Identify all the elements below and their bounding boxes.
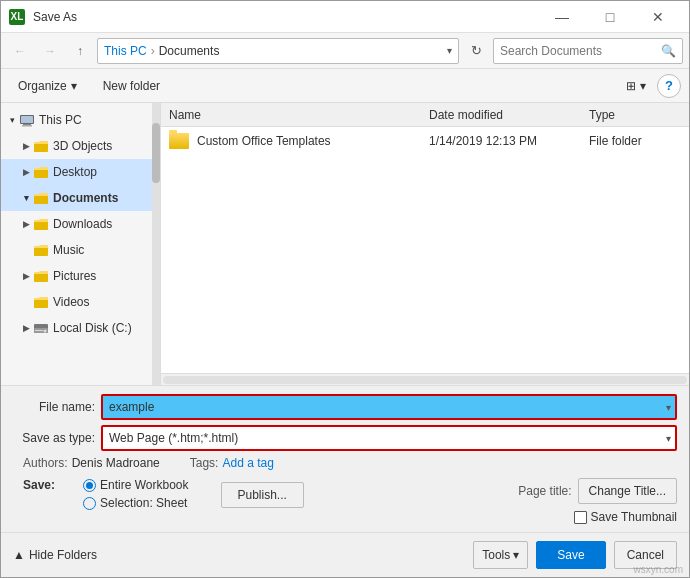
up-button[interactable]: ↑ (67, 38, 93, 64)
bottom-section: File name: ▾ Save as type: Web Page (*.h… (1, 385, 689, 532)
selection-sheet-radio[interactable] (83, 497, 96, 510)
entire-workbook-option[interactable]: Entire Workbook (83, 478, 188, 492)
sidebar-item-videos[interactable]: ▶ Videos (1, 289, 160, 315)
h-scroll-track[interactable] (163, 376, 687, 384)
sidebar-item-label-this-pc: This PC (39, 113, 82, 127)
entire-workbook-radio[interactable] (83, 479, 96, 492)
breadcrumb[interactable]: This PC › Documents ▾ (97, 38, 459, 64)
search-icon: 🔍 (661, 44, 676, 58)
title-bar: XL Save As — □ ✕ (1, 1, 689, 33)
window-controls: — □ ✕ (539, 1, 681, 33)
file-list: Custom Office Templates 1/14/2019 12:13 … (161, 127, 689, 373)
add-tag-link[interactable]: Add a tag (222, 456, 273, 470)
column-date-modified[interactable]: Date modified (429, 108, 589, 122)
file-folder-icon (169, 133, 189, 149)
column-type[interactable]: Type (589, 108, 689, 122)
file-name: Custom Office Templates (197, 134, 429, 148)
file-list-area: Name Date modified Type Custom Office Te… (161, 103, 689, 385)
search-box[interactable]: 🔍 (493, 38, 683, 64)
sidebar-item-label-music: Music (53, 243, 84, 257)
page-title-row: Page title: Change Title... (518, 478, 677, 504)
breadcrumb-current: Documents (159, 44, 220, 58)
save-section: Save: Entire Workbook Selection: Sheet P… (13, 478, 677, 524)
view-icon: ⊞ (626, 79, 636, 93)
sidebar-item-local-disk[interactable]: ▶ Local Disk (C:) (1, 315, 160, 341)
right-section: Page title: Change Title... Save Thumbna… (518, 478, 677, 524)
sidebar-item-desktop[interactable]: ▶ Desktop (1, 159, 160, 185)
filename-label: File name: (13, 400, 95, 414)
breadcrumb-this-pc[interactable]: This PC (104, 44, 147, 58)
filename-input-wrapper: ▾ (101, 394, 677, 420)
folder-icon-videos (33, 294, 49, 310)
view-dropdown-icon: ▾ (640, 79, 646, 93)
tags-label: Tags: (190, 456, 219, 470)
thumbnail-row: Save Thumbnail (574, 510, 678, 524)
entire-workbook-label: Entire Workbook (100, 478, 188, 492)
help-button[interactable]: ? (657, 74, 681, 98)
back-button[interactable]: ← (7, 38, 33, 64)
change-title-button[interactable]: Change Title... (578, 478, 677, 504)
sidebar-item-this-pc[interactable]: ▾ This PC (1, 107, 160, 133)
save-button[interactable]: Save (536, 541, 605, 569)
watermark: wsxyn.com (634, 564, 683, 575)
organize-arrow-icon: ▾ (71, 79, 77, 93)
file-date: 1/14/2019 12:13 PM (429, 134, 589, 148)
tools-dropdown-icon: ▾ (513, 548, 519, 562)
app-icon: XL (9, 9, 25, 25)
savetype-row: Save as type: Web Page (*.htm;*.html) ▾ (13, 425, 677, 451)
selection-sheet-label: Selection: Sheet (100, 496, 187, 510)
sidebar-item-label-documents: Documents (53, 191, 118, 205)
sidebar-scrollbar-thumb[interactable] (152, 123, 160, 183)
sidebar-item-music[interactable]: ▶ Music (1, 237, 160, 263)
folder-icon-music (33, 242, 49, 258)
authors-value[interactable]: Denis Madroane (72, 456, 160, 470)
refresh-button[interactable]: ↻ (463, 38, 489, 64)
hide-folders-arrow-icon: ▲ (13, 548, 25, 562)
maximize-button[interactable]: □ (587, 1, 633, 33)
publish-button[interactable]: Publish... (221, 482, 304, 508)
selection-sheet-option[interactable]: Selection: Sheet (83, 496, 188, 510)
breadcrumb-dropdown-arrow[interactable]: ▾ (447, 45, 452, 56)
sidebar-item-downloads[interactable]: ▶ Downloads (1, 211, 160, 237)
save-label-area: Save: (23, 478, 61, 492)
sidebar-item-label-downloads: Downloads (53, 217, 112, 231)
save-options: Entire Workbook Selection: Sheet (83, 478, 188, 510)
sidebar-item-documents[interactable]: ▾ Documents (1, 185, 160, 211)
view-button[interactable]: ⊞ ▾ (617, 73, 655, 99)
main-content: ▾ This PC ▶ 3D Objects (1, 103, 689, 385)
svg-rect-7 (35, 330, 43, 331)
savetype-select[interactable]: Web Page (*.htm;*.html) (101, 425, 677, 451)
tree-arrow-pictures: ▶ (19, 269, 33, 283)
hide-folders-button[interactable]: ▲ Hide Folders (13, 548, 97, 562)
sidebar-item-pictures[interactable]: ▶ Pictures (1, 263, 160, 289)
new-folder-button[interactable]: New folder (94, 73, 169, 99)
tree-arrow-desktop: ▶ (19, 165, 33, 179)
table-row[interactable]: Custom Office Templates 1/14/2019 12:13 … (161, 127, 689, 155)
forward-button[interactable]: → (37, 38, 63, 64)
folder-icon-documents (33, 190, 49, 206)
file-type: File folder (589, 134, 689, 148)
footer: ▲ Hide Folders Tools ▾ Save Cancel (1, 532, 689, 577)
sidebar-scrollbar[interactable] (152, 103, 160, 385)
horizontal-scrollbar[interactable] (161, 373, 689, 385)
column-name[interactable]: Name (161, 108, 429, 122)
save-as-dialog: XL Save As — □ ✕ ← → ↑ This PC › Documen… (0, 0, 690, 578)
savetype-select-wrapper: Web Page (*.htm;*.html) ▾ (101, 425, 677, 451)
svg-rect-3 (21, 116, 33, 123)
authors-label: Authors: (23, 456, 68, 470)
sidebar-item-3d-objects[interactable]: ▶ 3D Objects (1, 133, 160, 159)
meta-row: Authors: Denis Madroane Tags: Add a tag (13, 456, 677, 470)
tools-button[interactable]: Tools ▾ (473, 541, 528, 569)
search-input[interactable] (500, 44, 661, 58)
close-button[interactable]: ✕ (635, 1, 681, 33)
dialog-title: Save As (33, 10, 539, 24)
page-title-label: Page title: (518, 484, 571, 498)
minimize-button[interactable]: — (539, 1, 585, 33)
folder-icon-3d-objects (33, 138, 49, 154)
filename-input[interactable] (101, 394, 677, 420)
organize-button[interactable]: Organize ▾ (9, 73, 86, 99)
save-thumbnail-checkbox[interactable] (574, 511, 587, 524)
tree-arrow-documents: ▾ (19, 191, 33, 205)
sidebar: ▾ This PC ▶ 3D Objects (1, 103, 161, 385)
pc-icon (19, 112, 35, 128)
